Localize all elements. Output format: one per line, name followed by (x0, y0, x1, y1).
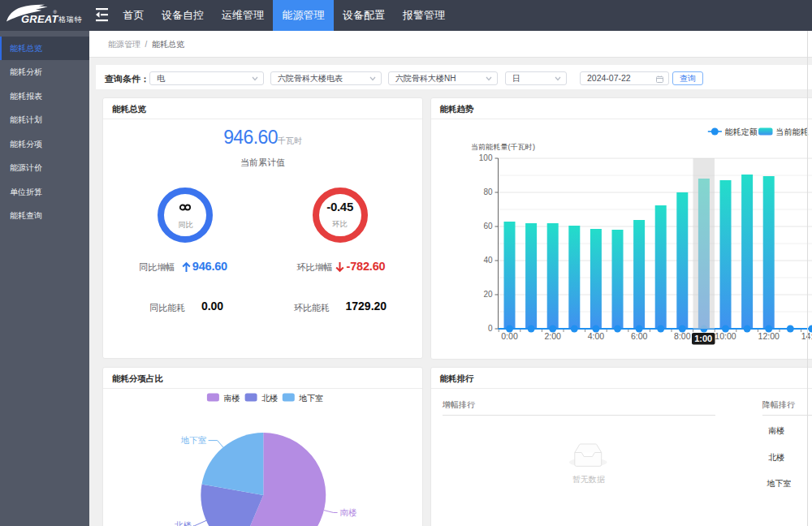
svg-text:60: 60 (483, 222, 493, 231)
svg-text:当前能耗: 当前能耗 (775, 127, 808, 136)
svg-text:北楼: 北楼 (261, 394, 278, 403)
svg-text:格瑞特: 格瑞特 (58, 15, 82, 24)
svg-text:0: 0 (487, 324, 492, 333)
svg-text:0:00: 0:00 (501, 331, 518, 341)
svg-text:20: 20 (483, 290, 493, 299)
svg-text:当前能耗量(千瓦时): 当前能耗量(千瓦时) (471, 143, 535, 151)
svg-text:南楼: 南楼 (339, 507, 357, 517)
svg-text:GREAT: GREAT (21, 13, 58, 25)
svg-text:®: ® (54, 10, 58, 15)
svg-text:12:00: 12:00 (758, 331, 779, 341)
svg-text:地下室: 地下室 (298, 394, 323, 403)
svg-text:80: 80 (483, 188, 493, 196)
svg-text:南楼: 南楼 (224, 394, 240, 403)
svg-text:地下室: 地下室 (180, 435, 207, 445)
svg-text:2:00: 2:00 (544, 331, 561, 341)
svg-text:100: 100 (478, 153, 492, 162)
svg-text:6:00: 6:00 (630, 331, 647, 341)
svg-text:40: 40 (483, 256, 493, 265)
svg-text:1:00: 1:00 (694, 334, 712, 343)
svg-text:能耗定额: 能耗定额 (724, 127, 757, 136)
svg-text:10:00: 10:00 (715, 331, 736, 341)
svg-text:北楼: 北楼 (174, 520, 192, 526)
svg-text:8:00: 8:00 (674, 331, 691, 341)
svg-text:4:00: 4:00 (587, 331, 604, 341)
